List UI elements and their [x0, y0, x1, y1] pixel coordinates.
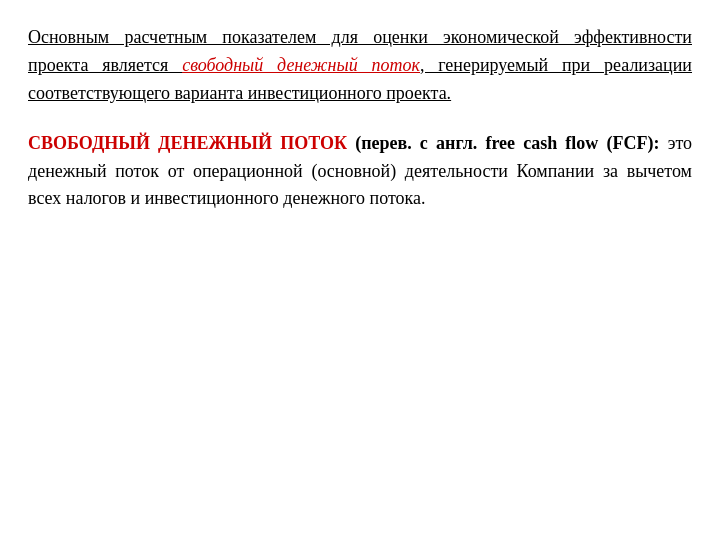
translation-bold: (перев. с англ. free cash flow (FCF):: [355, 133, 659, 153]
page-container: Основным расчетным показателем для оценк…: [0, 0, 720, 540]
paragraph-1-highlight: свободный денежный поток: [182, 55, 420, 75]
bold-term: СВОБОДНЫЙ ДЕНЕЖНЫЙ ПОТОК: [28, 133, 347, 153]
paragraph-2: СВОБОДНЫЙ ДЕНЕЖНЫЙ ПОТОК (перев. с англ.…: [28, 130, 692, 214]
paragraph-1: Основным расчетным показателем для оценк…: [28, 24, 692, 108]
